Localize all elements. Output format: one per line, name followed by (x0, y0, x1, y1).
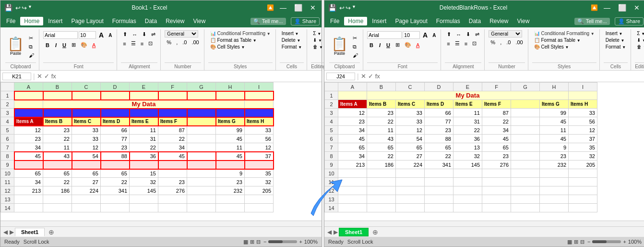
left-r14c1[interactable] (14, 204, 43, 212)
save-icon[interactable]: 💾 (4, 4, 12, 12)
right-r8c7[interactable] (511, 152, 540, 161)
right-r1c1[interactable] (338, 91, 367, 100)
right-r2c5[interactable]: Items E (453, 100, 482, 109)
left-col-g[interactable]: G (187, 83, 216, 91)
right-zoom-out[interactable]: − (587, 239, 590, 245)
left-r6c5[interactable]: 31 (130, 135, 158, 143)
left-r4c7[interactable] (187, 117, 216, 126)
right-r9c4[interactable]: 341 (425, 161, 453, 169)
right-menu-page-layout[interactable]: Page Layout (391, 17, 431, 25)
left-r3c7[interactable] (187, 109, 216, 117)
right-delete-btn[interactable]: Delete ▼ (604, 37, 627, 43)
right-fill-color-btn[interactable]: 🎨 (403, 41, 413, 49)
right-r12c9[interactable] (569, 186, 597, 195)
left-r13c5[interactable] (130, 195, 158, 204)
left-bold-btn[interactable]: B (43, 41, 52, 49)
left-r7c7[interactable] (187, 143, 216, 152)
left-italic-btn[interactable]: I (53, 41, 59, 49)
right-col-g[interactable]: G (511, 83, 540, 91)
left-menu-view[interactable]: View (190, 17, 210, 25)
left-r12c8[interactable]: 232 (216, 186, 245, 195)
left-r13c9[interactable] (245, 195, 274, 204)
left-r14c2[interactable] (43, 204, 72, 212)
right-minimize-btn[interactable]: — (602, 4, 612, 12)
right-r5c5[interactable]: 22 (453, 126, 482, 135)
right-menu-file[interactable]: File (326, 17, 343, 25)
right-align-middle[interactable]: ↔ (454, 31, 463, 38)
left-r5c3[interactable]: 33 (72, 126, 101, 135)
left-close-btn[interactable]: ✕ (308, 4, 318, 12)
right-r1c2[interactable]: My Data (367, 91, 569, 100)
left-add-sheet[interactable]: ⊕ (46, 228, 57, 236)
left-r3c3[interactable] (72, 109, 101, 117)
right-r4c7[interactable] (511, 117, 540, 126)
left-r1c1[interactable] (14, 91, 43, 100)
right-col-b[interactable]: B (367, 83, 396, 91)
right-r11c2[interactable] (367, 178, 396, 186)
right-r10c8[interactable] (540, 169, 569, 178)
left-r4c3[interactable]: Items C (72, 117, 101, 126)
left-r11c8[interactable]: 23 (216, 178, 245, 186)
left-r6c2[interactable]: 22 (43, 135, 72, 143)
right-restore-btn[interactable]: ⬜ (616, 4, 628, 12)
right-r4c6[interactable]: 22 (482, 117, 511, 126)
left-cell-styles-btn[interactable]: 🎨 Cell Styles ▼ (208, 44, 247, 50)
right-r10c5[interactable] (453, 169, 482, 178)
right-more-btn[interactable]: ▼ (352, 4, 356, 12)
right-r6c1[interactable]: 45 (338, 135, 367, 143)
left-r12c9[interactable]: 205 (245, 186, 274, 195)
left-r12c4[interactable]: 341 (101, 186, 130, 195)
right-col-a[interactable]: A (338, 83, 367, 91)
right-col-d[interactable]: D (425, 83, 453, 91)
right-paste-btn[interactable]: 📋 Paste (329, 37, 350, 57)
right-r13c3[interactable] (396, 195, 425, 204)
right-r4c2[interactable]: 22 (367, 117, 396, 126)
right-r5c1[interactable]: 34 (338, 126, 367, 135)
left-r4c2[interactable]: Items B (43, 117, 72, 126)
right-r12c7[interactable] (511, 186, 540, 195)
right-r11c8[interactable] (540, 178, 569, 186)
left-r10c1[interactable]: 65 (14, 169, 43, 178)
right-r4c9[interactable]: 56 (569, 117, 597, 126)
left-r12c1[interactable]: 213 (14, 186, 43, 195)
right-comma-btn[interactable]: , (498, 38, 503, 46)
right-r5c6[interactable]: 34 (482, 126, 511, 135)
left-r6c9[interactable]: 56 (245, 135, 274, 143)
right-r9c9[interactable]: 205 (569, 161, 597, 169)
right-close-btn[interactable]: ✕ (632, 4, 642, 12)
left-format-btn[interactable]: Format ▼ (280, 44, 304, 50)
right-fill-btn[interactable]: ⬇ ▼ (635, 37, 644, 43)
left-comma-btn[interactable]: , (174, 38, 179, 46)
left-col-h[interactable]: H (216, 83, 245, 91)
left-r13c1[interactable] (14, 195, 43, 204)
left-zoom-slider[interactable] (268, 240, 297, 243)
right-r13c2[interactable] (367, 195, 396, 204)
left-r9c5[interactable] (130, 161, 158, 169)
right-r2c9[interactable]: Items H (569, 100, 597, 109)
left-tab-scroll-left[interactable]: ◀ (2, 229, 9, 235)
right-r3c9[interactable]: 33 (569, 109, 597, 117)
left-clear-btn[interactable]: 🗑 ▼ (311, 44, 325, 50)
left-font-shrink[interactable]: A (107, 32, 114, 39)
left-r11c4[interactable]: 22 (101, 178, 130, 186)
right-r6c9[interactable]: 37 (569, 135, 597, 143)
left-r12c6[interactable]: 276 (158, 186, 187, 195)
left-font-grow[interactable]: A (97, 30, 106, 40)
left-percent-btn[interactable]: % (165, 38, 173, 46)
left-r3c1[interactable] (14, 109, 43, 117)
right-format-painter[interactable]: 🖌 (351, 51, 360, 59)
left-r4c6[interactable]: Items F (158, 117, 187, 126)
right-add-sheet[interactable]: ⊕ (370, 228, 381, 236)
right-font-color-btn[interactable]: A (414, 41, 421, 49)
right-r7c9[interactable]: 35 (569, 143, 597, 152)
right-r2c8[interactable]: Items G (540, 100, 569, 109)
left-r9c7[interactable] (187, 161, 216, 169)
right-number-format[interactable]: General (489, 30, 522, 37)
right-r7c5[interactable]: 13 (453, 143, 482, 152)
right-format-table-btn[interactable]: 📋 Format as Table ▼ (532, 37, 583, 43)
right-r8c1[interactable]: 34 (338, 152, 367, 161)
left-tell-me[interactable]: 🔍 Tell me... (250, 18, 286, 25)
right-r6c2[interactable]: 43 (367, 135, 396, 143)
left-r8c7[interactable] (187, 152, 216, 161)
right-tab-scroll-right[interactable]: ▶ (333, 229, 339, 235)
